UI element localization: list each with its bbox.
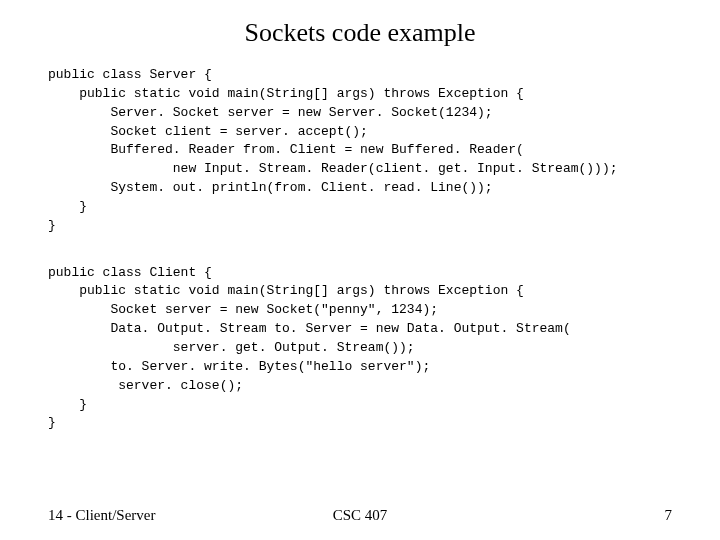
slide-footer: 14 - Client/Server CSC 407 7 <box>48 507 672 524</box>
slide-title: Sockets code example <box>48 18 672 48</box>
footer-left: 14 - Client/Server <box>48 507 155 524</box>
spacer <box>48 236 672 264</box>
slide: Sockets code example public class Server… <box>0 0 720 540</box>
footer-right: 7 <box>665 507 673 524</box>
code-block-server: public class Server { public static void… <box>48 66 672 236</box>
code-block-client: public class Client { public static void… <box>48 264 672 434</box>
